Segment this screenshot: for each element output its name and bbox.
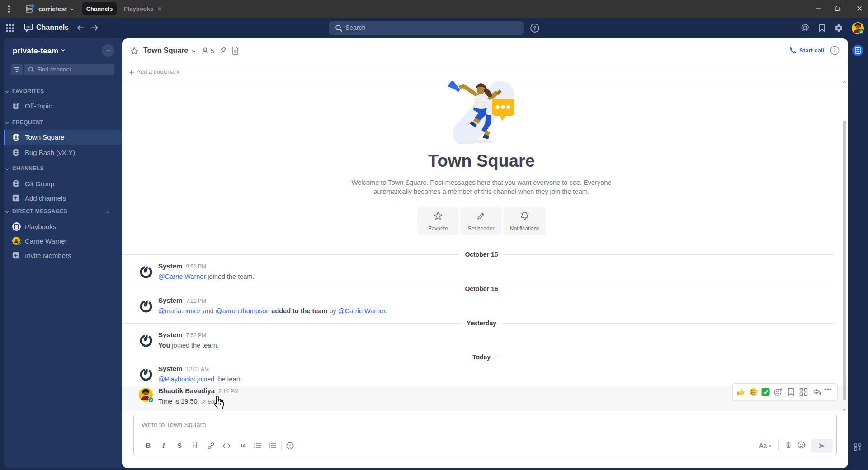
svg-text:3: 3 <box>269 447 270 449</box>
svg-text:?: ? <box>533 25 536 32</box>
